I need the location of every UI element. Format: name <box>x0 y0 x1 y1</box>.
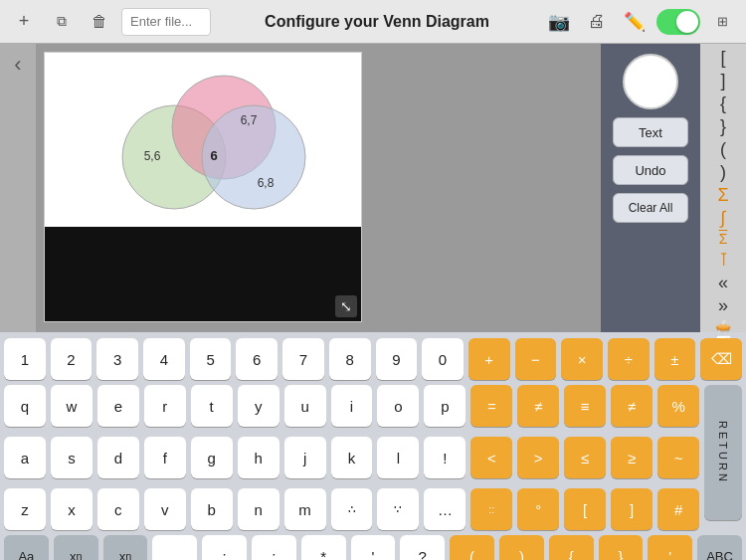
key-0[interactable]: 0 <box>422 338 464 380</box>
key-f[interactable]: f <box>144 437 186 478</box>
key-t[interactable]: t <box>191 385 233 427</box>
key-8[interactable]: 8 <box>329 338 371 380</box>
key-o[interactable]: o <box>377 385 419 427</box>
layout-button[interactable]: ⊞ <box>706 6 738 38</box>
key-hash[interactable]: # <box>657 488 699 530</box>
double-left-icon[interactable]: « <box>703 273 743 293</box>
key-gte[interactable]: ≥ <box>611 437 653 478</box>
paren-left-icon[interactable]: ( <box>703 139 743 160</box>
key-xn[interactable]: xn <box>54 535 98 560</box>
key-4[interactable]: 4 <box>143 338 185 380</box>
key-ellipsis[interactable]: … <box>424 488 466 530</box>
file-input[interactable] <box>121 8 211 36</box>
key-lte[interactable]: ≤ <box>564 437 606 478</box>
key-asterisk[interactable]: * <box>301 535 346 560</box>
toggle-switch[interactable] <box>656 9 700 35</box>
key-s[interactable]: s <box>51 437 93 478</box>
key-equiv[interactable]: ≡ <box>564 385 606 427</box>
bracket-right-icon[interactable]: ] <box>703 71 743 92</box>
key-sq-left[interactable]: [ <box>564 488 606 530</box>
key-c[interactable]: c <box>97 488 139 530</box>
key-3[interactable]: 3 <box>96 338 138 380</box>
key-multiply[interactable]: × <box>561 338 603 380</box>
key-z[interactable]: z <box>4 488 46 530</box>
key-p[interactable]: p <box>424 385 466 427</box>
copy-button[interactable]: ⧉ <box>46 6 78 38</box>
key-closeparen[interactable]: ) <box>499 535 544 560</box>
key-eq[interactable]: = <box>470 385 512 427</box>
key-divide[interactable]: ÷ <box>608 338 650 380</box>
key-plusminus[interactable]: ± <box>654 338 696 380</box>
clear-all-button[interactable]: Clear All <box>613 193 688 223</box>
key-gt[interactable]: > <box>517 437 559 478</box>
key-1[interactable]: 1 <box>4 338 46 380</box>
key-7[interactable]: 7 <box>282 338 324 380</box>
key-because[interactable]: ∵ <box>377 488 419 530</box>
back-button[interactable]: ‹ <box>0 44 36 332</box>
brace-right-icon[interactable]: } <box>703 116 743 137</box>
key-degree[interactable]: ° <box>517 488 559 530</box>
return-key[interactable]: RETURN <box>704 385 742 520</box>
key-a[interactable]: a <box>4 437 46 478</box>
edit-button[interactable]: ✏️ <box>619 6 651 38</box>
key-plus[interactable]: + <box>468 338 510 380</box>
key-sq-right[interactable]: ] <box>611 488 653 530</box>
key-xsub[interactable]: xn <box>103 535 148 560</box>
paren-right-icon[interactable]: ) <box>703 162 743 183</box>
key-k[interactable]: k <box>331 437 373 478</box>
key-e[interactable]: e <box>97 385 139 427</box>
key-n[interactable]: n <box>238 488 280 530</box>
delete-button[interactable]: 🗑 <box>84 6 115 38</box>
brace-left-icon[interactable]: { <box>703 93 743 114</box>
key-w[interactable]: w <box>51 385 93 427</box>
key-exclaim[interactable]: ! <box>424 437 466 478</box>
key-r[interactable]: r <box>144 385 186 427</box>
key-abc[interactable]: ABC <box>697 535 742 560</box>
bracket-left-icon[interactable]: [ <box>703 48 743 69</box>
sigma-icon[interactable]: Σ <box>703 185 743 206</box>
key-l[interactable]: l <box>377 437 419 478</box>
key-i[interactable]: i <box>331 385 373 427</box>
key-semicolon[interactable]: ; <box>252 535 296 560</box>
text-button[interactable]: Text <box>613 117 688 147</box>
color-circle[interactable] <box>623 54 678 109</box>
key-b[interactable]: b <box>191 488 233 530</box>
print-button[interactable]: 🖨 <box>581 6 613 38</box>
key-g[interactable]: g <box>191 437 233 478</box>
key-2[interactable]: 2 <box>51 338 93 380</box>
key-5[interactable]: 5 <box>190 338 232 380</box>
key-ratio[interactable]: :: <box>470 488 512 530</box>
add-button[interactable]: + <box>8 6 40 38</box>
venn-diagram[interactable]: 5,6 6,7 6 6,8 <box>45 53 361 227</box>
key-u[interactable]: u <box>284 385 326 427</box>
key-j[interactable]: j <box>284 437 326 478</box>
key-colon[interactable]: : <box>202 535 247 560</box>
key-apostrophe[interactable]: ' <box>351 535 396 560</box>
key-y[interactable]: y <box>238 385 280 427</box>
key-tilde[interactable]: ~ <box>657 437 699 478</box>
key-opencurly[interactable]: { <box>549 535 594 560</box>
key-d[interactable]: d <box>97 437 139 478</box>
key-minus[interactable]: − <box>515 338 557 380</box>
key-v[interactable]: v <box>144 488 186 530</box>
key-noteq2[interactable]: ≠ <box>611 385 653 427</box>
key-comma[interactable]: , <box>152 535 197 560</box>
double-right-icon[interactable]: » <box>703 295 743 316</box>
camera-button[interactable]: 📷 <box>543 6 575 38</box>
integral-icon[interactable]: ∫ <box>703 208 743 229</box>
key-singlequote[interactable]: ' <box>648 535 692 560</box>
sigma-bar-icon[interactable]: Σ <box>703 231 743 247</box>
key-closecurly[interactable]: } <box>599 535 644 560</box>
key-q[interactable]: q <box>4 385 46 427</box>
key-6[interactable]: 6 <box>236 338 278 380</box>
pie-chart-icon[interactable]: 🥧 <box>703 318 743 333</box>
key-neq[interactable]: ≠ <box>517 385 559 427</box>
key-h[interactable]: h <box>238 437 280 478</box>
resize-handle[interactable]: ⤡ <box>335 295 357 317</box>
key-openparen[interactable]: ( <box>450 535 494 560</box>
key-aa[interactable]: Aa <box>4 535 49 560</box>
key-therefore[interactable]: ∴ <box>331 488 373 530</box>
transpose-icon[interactable]: ⊺ <box>703 249 743 271</box>
key-lt[interactable]: < <box>470 437 512 478</box>
key-9[interactable]: 9 <box>376 338 418 380</box>
